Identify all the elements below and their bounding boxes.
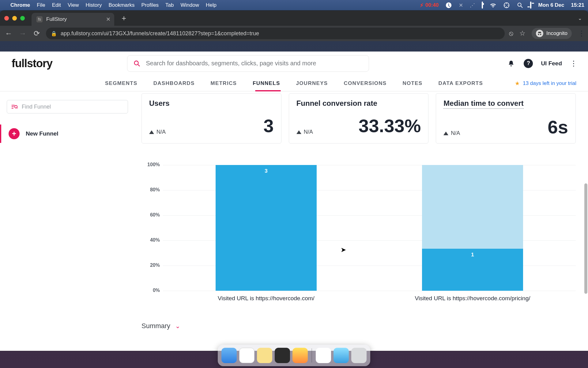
kpi-median-delta: N/A <box>443 130 460 136</box>
y-tick: 40% <box>141 237 160 243</box>
nav-data-exports[interactable]: DATA EXPORTS <box>438 80 483 86</box>
kpi-median-time: Median time to convert N/A 6s <box>436 93 576 144</box>
new-tab-button[interactable]: + <box>119 13 129 23</box>
menubar-app-icon-2[interactable]: ✕ <box>459 2 463 9</box>
menubar-clock[interactable]: 15:21 <box>571 2 584 8</box>
wifi-icon[interactable] <box>490 2 496 9</box>
dock-finder-icon[interactable] <box>221 348 237 363</box>
fullscreen-window-icon[interactable] <box>20 16 25 21</box>
minimize-window-icon[interactable] <box>12 16 17 21</box>
dock-chrome-icon[interactable] <box>239 348 254 363</box>
page-scrollbar[interactable] <box>584 183 587 294</box>
svg-line-5 <box>138 64 140 66</box>
menubar-date[interactable]: Mon 6 Dec <box>538 2 564 8</box>
dock-trash-icon[interactable] <box>351 348 367 363</box>
funnel-chart: 100%80%60%40%20%0%3Visited URL is https:… <box>141 165 576 297</box>
search-placeholder: Search for dashboards, segments, clicks,… <box>146 60 316 67</box>
mac-menu-tab[interactable]: Tab <box>165 2 174 8</box>
tabs-overflow-icon[interactable]: ⌄ <box>578 15 582 21</box>
nav-segments[interactable]: SEGMENTS <box>105 80 138 86</box>
notifications-icon[interactable] <box>507 59 516 68</box>
sidebar-item-new-funnel[interactable]: + New Funnel <box>7 125 128 143</box>
global-search-input[interactable]: Search for dashboards, segments, clicks,… <box>127 55 369 72</box>
search-icon <box>134 60 140 67</box>
bookmark-star-icon[interactable]: ☆ <box>519 29 526 37</box>
summary-label: Summary <box>141 322 170 330</box>
mac-menu-bookmarks[interactable]: Bookmarks <box>108 2 134 8</box>
funnel-bar <box>216 165 317 291</box>
nav-journeys[interactable]: JOURNEYS <box>296 80 328 86</box>
summary-toggle[interactable]: Summary ⌄ <box>141 322 576 330</box>
kpi-rate-delta: N/A <box>296 129 313 135</box>
ui-feed-link[interactable]: UI Feed <box>541 60 562 67</box>
mac-menu-file[interactable]: File <box>37 2 45 8</box>
triangle-up-icon <box>149 130 154 134</box>
nav-notes[interactable]: NOTES <box>402 80 422 86</box>
kpi-median-label[interactable]: Median time to convert <box>443 99 523 109</box>
control-center-icon[interactable] <box>530 2 531 8</box>
lock-icon: 🔒 <box>51 31 57 36</box>
forward-button[interactable]: → <box>18 29 28 38</box>
dock-textedit-icon[interactable] <box>316 348 331 363</box>
address-bar[interactable]: 🔒 app.fullstory.com/ui/173GXJ/funnels/cr… <box>46 28 505 39</box>
y-tick: 60% <box>141 212 160 218</box>
app-menu-icon[interactable]: ⋮ <box>570 59 576 68</box>
browser-menu-icon[interactable]: ⋮ <box>578 29 584 38</box>
funnel-step-label: Visited URL is https://hovercode.com/ <box>218 295 315 302</box>
menubar-app-icon[interactable] <box>445 2 452 9</box>
kpi-conversion-rate: Funnel conversion rate N/A 33.33% <box>289 93 429 144</box>
mac-menu-help[interactable]: Help <box>206 2 217 8</box>
svg-line-10 <box>17 108 17 109</box>
nav-dashboards[interactable]: DASHBOARDS <box>153 80 195 86</box>
main-nav: SEGMENTS DASHBOARDS METRICS FUNNELS JOUR… <box>0 75 588 91</box>
fullstory-logo[interactable]: fullstory <box>12 57 52 70</box>
plus-icon: + <box>9 128 20 139</box>
mac-menu-view[interactable]: View <box>68 2 79 8</box>
funnel-step[interactable]: 3Visited URL is https://hovercode.com/ <box>163 165 369 291</box>
mac-menu-window[interactable]: Window <box>181 2 199 8</box>
nav-conversions[interactable]: CONVERSIONS <box>344 80 386 86</box>
reload-button[interactable]: ⟳ <box>32 29 42 38</box>
new-funnel-label: New Funnel <box>26 130 58 137</box>
mac-menu-profiles[interactable]: Profiles <box>141 2 159 8</box>
app-header: fullstory Search for dashboards, segment… <box>0 52 588 75</box>
mac-app-name[interactable]: Chrome <box>10 2 30 8</box>
browser-toolbar: ← → ⟳ 🔒 app.fullstory.com/ui/173GXJ/funn… <box>0 26 588 41</box>
browser-tab[interactable]: fs FullStory ✕ <box>32 13 114 26</box>
spotlight-icon[interactable] <box>503 2 510 9</box>
mac-menu-history[interactable]: History <box>85 2 102 8</box>
dock-app-icon[interactable] <box>292 348 308 363</box>
mac-menu-edit[interactable]: Edit <box>52 2 61 8</box>
app-page: fullstory Search for dashboards, segment… <box>0 52 588 351</box>
menubar-app-icon-3[interactable]: ⋰ <box>470 2 475 9</box>
incognito-badge[interactable]: Incognito <box>532 28 572 39</box>
bar-value-label: 1 <box>422 252 523 258</box>
svg-point-9 <box>15 105 17 108</box>
mac-dock[interactable] <box>218 345 370 366</box>
svg-point-2 <box>518 3 521 6</box>
tab-title: FullStory <box>46 16 67 22</box>
help-icon[interactable]: ? <box>524 59 533 68</box>
mac-menubar[interactable]: Chrome File Edit View History Bookmarks … <box>0 0 588 10</box>
nav-metrics[interactable]: METRICS <box>211 80 237 86</box>
battery-status-icon[interactable]: ⚡︎00:40 <box>420 2 439 9</box>
trial-banner[interactable]: ★ 13 days left in your trial <box>515 80 576 87</box>
back-button[interactable]: ← <box>4 29 13 38</box>
chevron-down-icon: ⌄ <box>175 322 180 330</box>
eye-off-icon[interactable]: ⦸ <box>509 29 513 37</box>
dock-terminal-icon[interactable] <box>275 348 290 363</box>
battery-icon[interactable] <box>482 2 483 8</box>
incognito-icon <box>536 30 543 37</box>
incognito-label: Incognito <box>546 30 567 36</box>
kpi-rate-label: Funnel conversion rate <box>296 99 421 108</box>
funnel-step[interactable]: 1Visited URL is https://hovercode.com/pr… <box>369 165 576 291</box>
svg-point-4 <box>134 61 138 65</box>
close-window-icon[interactable] <box>4 16 9 21</box>
find-funnel-input[interactable]: Find Funnel <box>7 100 128 113</box>
close-tab-icon[interactable]: ✕ <box>106 16 111 23</box>
search-icon[interactable] <box>517 2 523 9</box>
svg-line-3 <box>521 6 523 8</box>
dock-mail-icon[interactable] <box>334 348 349 363</box>
dock-notes-icon[interactable] <box>257 348 272 363</box>
nav-funnels[interactable]: FUNNELS <box>253 80 280 86</box>
